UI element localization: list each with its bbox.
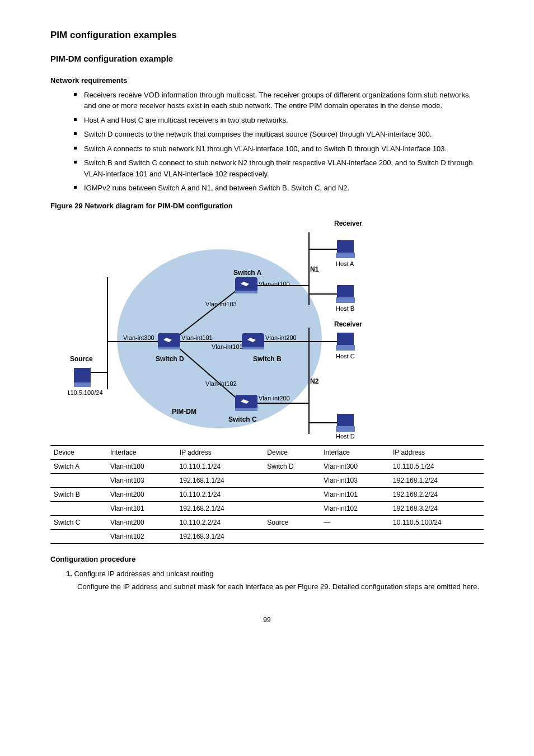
svg-rect-30 [337, 285, 354, 297]
svg-rect-27 [235, 408, 257, 411]
svg-text:Switch D: Switch D [156, 355, 184, 363]
subsection-title: PIM-DM configuration example [50, 53, 484, 66]
svg-text:Receiver: Receiver [334, 220, 362, 227]
list-item: IGMPv2 runs between Switch A and N1, and… [74, 183, 484, 194]
switch-icon [158, 333, 180, 349]
step-number: 1. [66, 570, 72, 578]
source-icon [74, 368, 91, 387]
svg-rect-28 [337, 240, 354, 253]
svg-text:Switch A: Switch A [233, 269, 262, 277]
host-icon [336, 285, 355, 303]
th: Device [264, 446, 320, 460]
svg-text:Host D: Host D [336, 433, 355, 440]
svg-text:Source: Source [70, 355, 93, 363]
requirements-heading: Network requirements [50, 75, 484, 86]
svg-text:Receiver: Receiver [334, 320, 362, 328]
svg-text:Host A: Host A [336, 260, 354, 267]
switch-icon [235, 395, 257, 411]
list-item: Switch D connects to the network that co… [74, 129, 484, 140]
table-row: Switch BVlan-int20010.110.2.1/24Vlan-int… [50, 488, 484, 502]
svg-text:10.110.5.100/24: 10.110.5.100/24 [68, 389, 103, 396]
svg-rect-36 [74, 368, 91, 385]
svg-rect-34 [337, 414, 354, 426]
list-item: Receivers receive VOD information throug… [74, 90, 484, 111]
svg-rect-37 [74, 382, 91, 387]
svg-rect-21 [235, 291, 257, 293]
svg-text:Host C: Host C [336, 353, 355, 360]
svg-text:Vlan-int200: Vlan-int200 [265, 334, 297, 341]
svg-rect-35 [336, 426, 355, 432]
network-diagram: N1 N2 Receiver Receiver Host A Host B Ho… [68, 216, 382, 440]
th: Interface [107, 446, 176, 460]
svg-text:Vlan-int101: Vlan-int101 [181, 334, 213, 341]
svg-text:PIM-DM: PIM-DM [172, 408, 196, 416]
list-item: Switch A connects to stub network N1 thr… [74, 143, 484, 155]
table-row: Vlan-int102192.168.3.1/24 [50, 530, 484, 544]
procedure-heading: Configuration procedure [50, 554, 484, 565]
svg-text:Vlan-int200: Vlan-int200 [259, 395, 290, 402]
svg-rect-32 [337, 333, 354, 345]
svg-rect-29 [336, 253, 355, 258]
svg-text:Vlan-int103: Vlan-int103 [205, 301, 237, 307]
svg-text:Switch C: Switch C [228, 416, 257, 423]
figure-caption: Figure 29 Network diagram for PIM-DM con… [50, 200, 484, 212]
table-row: Switch AVlan-int10010.110.1.1/24Switch D… [50, 460, 484, 474]
step: 1. Configure IP addresses and unicast ro… [66, 568, 484, 580]
step-para: Configure the IP address and subnet mask… [77, 581, 484, 592]
svg-rect-33 [336, 345, 355, 351]
n2-label: N2 [310, 377, 319, 385]
table-row: Vlan-int101192.168.2.1/24Vlan-int102192.… [50, 502, 484, 516]
table-row: Switch CVlan-int20010.110.2.2/24Source—1… [50, 516, 484, 530]
step-title: Configure IP addresses and unicast routi… [74, 570, 213, 578]
svg-text:Host B: Host B [336, 305, 354, 312]
requirements-list: Receivers receive VOD information throug… [50, 90, 484, 194]
address-table: Device Interface IP address Device Inter… [50, 445, 484, 544]
table-row: Vlan-int103192.168.1.1/24Vlan-int103192.… [50, 474, 484, 488]
th: IP address [390, 446, 484, 460]
svg-text:Vlan-int101: Vlan-int101 [212, 343, 243, 350]
th: IP address [176, 446, 264, 460]
section-title: PIM configuration examples [50, 28, 484, 43]
list-item: Switch B and Switch C connect to stub ne… [74, 157, 484, 179]
svg-rect-24 [242, 347, 264, 349]
svg-text:Vlan-int300: Vlan-int300 [123, 334, 154, 341]
th: Interface [320, 446, 390, 460]
list-item: Host A and Host C are multicast receiver… [74, 115, 484, 126]
switch-icon [242, 333, 264, 349]
switch-icon [235, 277, 257, 293]
host-icon [336, 240, 355, 258]
svg-rect-31 [336, 297, 355, 303]
host-icon [336, 414, 355, 432]
svg-rect-18 [158, 347, 180, 349]
svg-text:Vlan-int102: Vlan-int102 [205, 380, 237, 387]
page-number: 99 [50, 615, 484, 625]
svg-text:Vlan-int100: Vlan-int100 [259, 281, 290, 287]
th: Device [50, 446, 107, 460]
svg-text:Switch B: Switch B [253, 355, 282, 363]
n1-label: N1 [310, 265, 319, 273]
host-icon [336, 333, 355, 351]
